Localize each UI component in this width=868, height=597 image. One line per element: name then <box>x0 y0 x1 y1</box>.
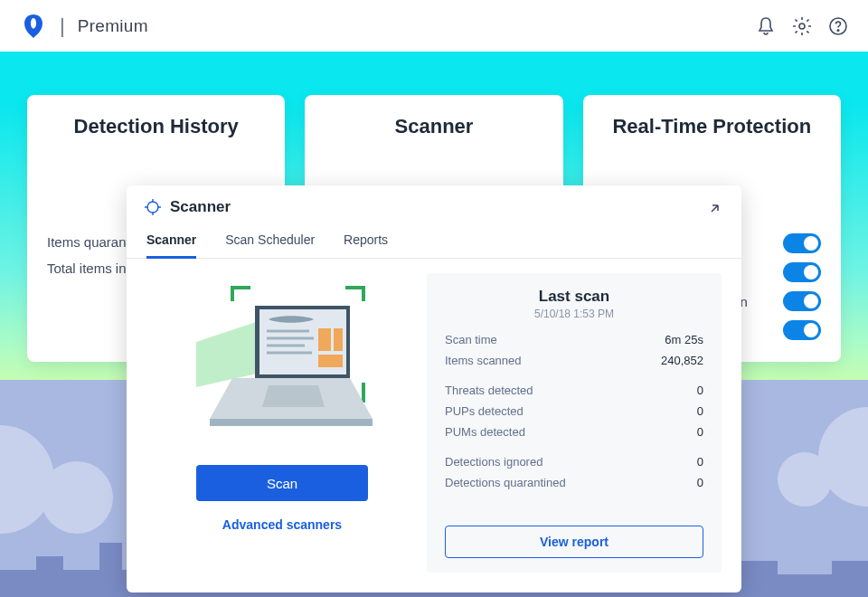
stat-value: 0 <box>697 384 703 397</box>
svg-rect-17 <box>318 355 343 367</box>
app-header: | Premium <box>0 0 868 52</box>
malware-protection-toggle[interactable] <box>783 262 821 282</box>
last-scan-date: 5/10/18 1:53 PM <box>445 308 703 320</box>
exploit-protection-toggle[interactable] <box>783 320 821 340</box>
stat-label: PUMs detected <box>445 425 525 439</box>
svg-rect-16 <box>334 328 343 351</box>
cloud-decoration <box>41 461 113 534</box>
panel-body: Scan Advanced scanners Last scan 5/10/18… <box>127 259 741 592</box>
detection-history-title: Detection History <box>47 115 265 138</box>
scanner-card-title: Scanner <box>325 115 542 138</box>
help-icon[interactable] <box>828 16 848 36</box>
stat-row: PUPs detected0 <box>445 401 703 422</box>
crosshair-icon <box>145 199 161 215</box>
stat-row: Scan time6m 25s <box>445 329 703 350</box>
tab-scanner[interactable]: Scanner <box>146 227 196 259</box>
panel-left: Scan Advanced scanners <box>146 273 418 573</box>
svg-rect-15 <box>318 328 331 351</box>
header-divider: | <box>60 14 65 38</box>
svg-point-3 <box>147 202 158 213</box>
stat-row: Detections quarantined0 <box>445 472 703 493</box>
panel-tabs: Scanner Scan Scheduler Reports <box>127 216 741 259</box>
stat-label: Detections ignored <box>445 455 542 469</box>
collapse-icon[interactable] <box>709 200 723 214</box>
last-scan-title: Last scan <box>445 288 703 306</box>
stat-value: 0 <box>697 455 703 469</box>
stat-row: Detections ignored0 <box>445 451 703 472</box>
laptop-scan-illustration <box>178 279 386 460</box>
panel-title: Scanner <box>170 198 231 216</box>
app-tier-label: Premium <box>78 16 148 36</box>
cloud-decoration <box>778 452 832 507</box>
stat-label: Detections quarantined <box>445 476 566 489</box>
stat-label: Items scanned <box>445 354 522 367</box>
stat-value: 0 <box>697 425 703 439</box>
stat-label: Scan time <box>445 333 497 346</box>
stat-label: PUPs detected <box>445 404 524 418</box>
stat-row: Threats detected0 <box>445 380 703 401</box>
scanner-panel: Scanner Scanner Scan Scheduler Reports <box>127 185 741 592</box>
malwarebytes-logo-icon <box>20 13 47 40</box>
ransomware-protection-toggle[interactable] <box>783 291 821 311</box>
stat-value: 0 <box>697 404 703 418</box>
tab-reports[interactable]: Reports <box>344 227 388 258</box>
scan-button[interactable]: Scan <box>196 465 368 501</box>
stat-value: 6m 25s <box>665 333 703 346</box>
stat-label: Threats detected <box>445 384 533 397</box>
svg-marker-20 <box>262 385 325 407</box>
svg-marker-19 <box>210 419 373 426</box>
web-protection-toggle[interactable] <box>783 233 821 253</box>
stat-value: 0 <box>697 476 703 489</box>
advanced-scanners-link[interactable]: Advanced scanners <box>222 517 342 532</box>
view-report-button[interactable]: View report <box>445 526 703 558</box>
main-area: Detection History Items quarantined Tota… <box>0 52 868 597</box>
bell-icon[interactable] <box>756 16 776 36</box>
svg-point-2 <box>837 29 839 31</box>
stat-row: PUMs detected0 <box>445 422 703 442</box>
realtime-title: Real-Time Protection <box>603 115 821 138</box>
stat-row: Items scanned240,852 <box>445 350 703 371</box>
stat-value: 240,852 <box>661 354 703 367</box>
last-scan-box: Last scan 5/10/18 1:53 PM Scan time6m 25… <box>427 273 722 573</box>
tab-scan-scheduler[interactable]: Scan Scheduler <box>225 227 315 258</box>
svg-point-0 <box>799 24 805 29</box>
panel-header: Scanner <box>127 185 741 216</box>
gear-icon[interactable] <box>792 16 812 36</box>
